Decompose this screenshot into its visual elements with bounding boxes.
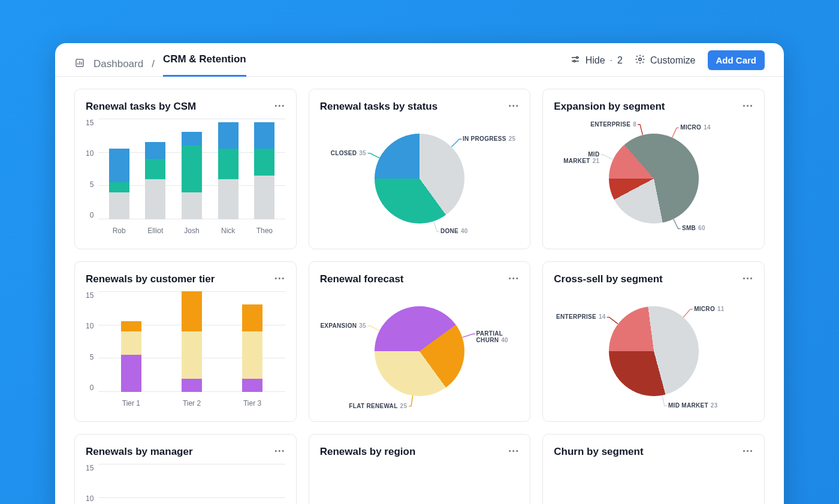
hide-button[interactable]: Hide · 2	[570, 54, 623, 67]
breadcrumb-current[interactable]: CRM & Retention	[163, 52, 246, 77]
hide-count: 2	[617, 55, 623, 66]
card-menu-button[interactable]: ···	[274, 445, 285, 458]
chart-c3: MICRO14SMB60MID MARKET21ENTERPRISE8	[554, 119, 753, 239]
card-menu-button[interactable]: ···	[743, 445, 753, 458]
card-title: Renewal tasks by CSM	[86, 101, 196, 113]
card-menu-button[interactable]: ···	[274, 273, 285, 285]
breadcrumb: Dashboard / CRM & Retention	[74, 52, 570, 76]
pie-slice-label: EXPANSION35	[320, 322, 366, 329]
chart-c4: 151050Tier 1Tier 2Tier 3	[86, 291, 285, 411]
svg-point-3	[639, 58, 642, 61]
dashboard-icon	[74, 58, 85, 71]
card-menu-button[interactable]: ···	[743, 273, 753, 285]
add-card-button[interactable]: Add Card	[708, 50, 765, 70]
pie-slice-label: SMB60	[682, 225, 705, 231]
customize-label: Customize	[650, 55, 696, 66]
card-menu-button[interactable]: ···	[508, 273, 519, 285]
card-expansion-by-segment: Expansion by segment ··· MICRO14SMB60MID…	[542, 89, 765, 249]
card-title: Renewal tasks by status	[320, 101, 438, 113]
card-renewals-by-manager: Renewals by manager ··· 151050	[74, 434, 297, 504]
card-title: Renewal forecast	[320, 273, 404, 285]
pie-slice-label: MID MARKET21	[554, 151, 599, 164]
breadcrumb-root[interactable]: Dashboard	[93, 58, 143, 70]
chart-c1: 151050RobElliotJoshNickTheo	[86, 119, 285, 239]
card-grid: Renewal tasks by CSM ··· 151050RobElliot…	[55, 77, 784, 504]
card-title: Renewals by region	[320, 446, 416, 458]
card-menu-button[interactable]: ···	[508, 100, 519, 113]
card-renewal-tasks-by-status: Renewal tasks by status ··· IN PROGRESS2…	[309, 89, 531, 249]
chart-c8	[320, 464, 520, 504]
app-window: Dashboard / CRM & Retention Hide · 2 Cus…	[55, 43, 784, 504]
pie-slice-label: DONE40	[440, 228, 468, 234]
card-title: Expansion by segment	[554, 101, 665, 113]
pie-slice-label: FLAT RENEWAL25	[349, 403, 407, 409]
chart-c7: 151050	[86, 464, 285, 504]
card-menu-button[interactable]: ···	[274, 100, 285, 113]
customize-button[interactable]: Customize	[635, 54, 696, 67]
pie-slice-label: ENTERPRISE8	[590, 121, 636, 128]
chart-c6: MICRO11MID MARKET23ENTERPRISE14	[554, 291, 753, 411]
pie-slice-label: MID MARKET23	[668, 402, 718, 409]
card-churn-by-segment: Churn by segment ···	[542, 434, 765, 504]
card-renewal-tasks-by-csm: Renewal tasks by CSM ··· 151050RobElliot…	[74, 89, 297, 249]
pie-slice-label: IN PROGRESS25	[463, 135, 516, 142]
svg-point-2	[574, 60, 575, 62]
card-title: Cross-sell by segment	[554, 273, 662, 285]
pie-slice-label: CLOSED35	[331, 150, 366, 156]
card-cross-sell-by-segment: Cross-sell by segment ··· MICRO11MID MAR…	[542, 261, 765, 422]
breadcrumb-separator: /	[152, 58, 155, 70]
pie-slice-label: ENTERPRISE14	[556, 313, 606, 320]
card-renewals-by-customer-tier: Renewals by customer tier ··· 151050Tier…	[74, 261, 297, 422]
chart-c9	[554, 464, 753, 504]
pie-slice-label: MICRO11	[694, 306, 725, 312]
sliders-icon	[570, 54, 581, 67]
dot-separator: ·	[610, 55, 612, 66]
gear-icon	[635, 54, 645, 67]
top-actions: Hide · 2 Customize Add Card	[570, 50, 765, 77]
topbar: Dashboard / CRM & Retention Hide · 2 Cus…	[55, 43, 784, 77]
pie-slice-label: MICRO14	[680, 124, 711, 131]
svg-point-1	[576, 56, 578, 58]
hide-label: Hide	[586, 55, 605, 66]
chart-c5: PARTIAL CHURN40FLAT RENEWAL25EXPANSION35	[320, 291, 520, 411]
card-title: Churn by segment	[554, 446, 643, 458]
pie-slice-label: PARTIAL CHURN40	[476, 330, 520, 343]
card-title: Renewals by customer tier	[86, 273, 215, 285]
card-renewals-by-region: Renewals by region ···	[309, 434, 531, 504]
card-menu-button[interactable]: ···	[508, 445, 519, 458]
card-title: Renewals by manager	[86, 446, 193, 458]
card-menu-button[interactable]: ···	[743, 100, 753, 113]
card-renewal-forecast: Renewal forecast ··· PARTIAL CHURN40FLAT…	[309, 261, 531, 422]
chart-c2: IN PROGRESS25DONE40CLOSED35	[320, 119, 520, 239]
